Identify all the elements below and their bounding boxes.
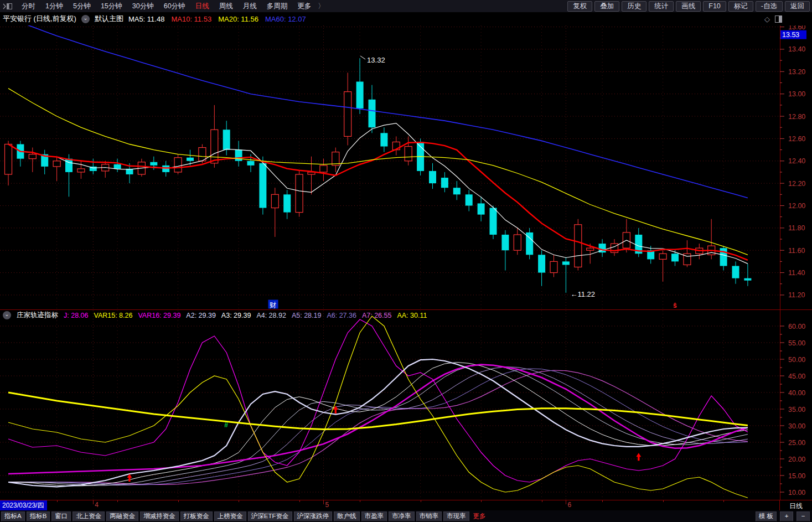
- footer-button-8[interactable]: 沪深ETF资金: [248, 511, 292, 521]
- week-tick: [117, 500, 118, 502]
- svg-text:55.00: 55.00: [788, 339, 805, 347]
- period-tab-3[interactable]: 15分钟: [96, 1, 127, 12]
- footer-button-13[interactable]: 市销率: [416, 511, 442, 521]
- period-tab-5[interactable]: 60分钟: [159, 1, 190, 12]
- period-tab-1[interactable]: 1分钟: [41, 1, 68, 12]
- candlestick-chart[interactable]: 13.6013.4013.2013.0012.8012.6012.4012.20…: [0, 25, 812, 309]
- month-label-5: 5: [325, 501, 329, 509]
- svg-text:ŝ: ŝ: [673, 302, 677, 309]
- footer-button-5[interactable]: 增减持资金: [140, 511, 179, 521]
- svg-text:11.40: 11.40: [788, 269, 805, 277]
- period-tab-2[interactable]: 5分钟: [69, 1, 95, 12]
- indicator-value-9: AA: 30.11: [397, 312, 427, 319]
- period-tab-7[interactable]: 周线: [215, 1, 237, 12]
- svg-text:13.40: 13.40: [788, 45, 805, 53]
- ma-value-MA5: MA5: 11.48: [128, 15, 165, 23]
- footer-button-11[interactable]: 市盈率: [361, 511, 387, 521]
- footer-button-1[interactable]: 指标B: [27, 511, 50, 521]
- footer-button-3[interactable]: 北上资金: [73, 511, 105, 521]
- footer-button-9[interactable]: 沪深涨跌停: [294, 511, 333, 521]
- action-button-0[interactable]: 复权: [567, 1, 592, 12]
- action-button-1[interactable]: 叠加: [594, 1, 619, 12]
- action-button-5[interactable]: F10: [703, 1, 726, 12]
- period-tab-9[interactable]: 多周期: [262, 1, 292, 12]
- week-tick: [299, 500, 300, 502]
- indicator-value-5: A4: 28.92: [256, 312, 286, 319]
- stock-title: 平安银行 (日线,前复权): [3, 14, 76, 24]
- footer-button-14[interactable]: 市现率: [443, 511, 469, 521]
- period-tab-4[interactable]: 30分钟: [128, 1, 158, 12]
- indicator-header: ⌄ 庄家轨迹指标 J: 28.06VAR15: 8.26VAR16: 29.39…: [0, 311, 427, 320]
- template-button[interactable]: 模 板: [756, 511, 777, 521]
- svg-text:30.00: 30.00: [788, 422, 805, 430]
- stock-trading-app: 分时1分钟5分钟15分钟30分钟60分钟日线周线月线多周期更多〉 复权叠加历史统…: [0, 0, 812, 522]
- footer-button-6[interactable]: 打板资金: [180, 511, 213, 521]
- date-axis: 2023/03/23/四 456 日线: [0, 500, 812, 510]
- week-tick: [360, 500, 360, 502]
- period-tab-6[interactable]: 日线: [191, 1, 214, 12]
- svg-text:12.80: 12.80: [788, 113, 805, 121]
- period-tab-11[interactable]: 〉: [317, 1, 326, 12]
- footer-button-7[interactable]: 上榜资金: [214, 511, 246, 521]
- split-view-icon[interactable]: [775, 15, 782, 23]
- footer-button-4[interactable]: 两融资金: [106, 511, 138, 521]
- svg-text:15.00: 15.00: [788, 472, 805, 480]
- indicator-name[interactable]: 庄家轨迹指标: [17, 311, 58, 320]
- footer-button-10[interactable]: 散户线: [334, 511, 360, 521]
- indicator-value-3: A2: 29.39: [186, 312, 216, 319]
- footer-right: 模 板 + −: [756, 511, 810, 521]
- chart-header: 平安银行 (日线,前复权) ⌄ 默认主图 MA5: 11.48MA10: 11.…: [0, 12, 812, 25]
- week-tick: [602, 500, 603, 502]
- svg-text:13.60: 13.60: [788, 25, 805, 31]
- footer-button-12[interactable]: 市净率: [389, 511, 415, 521]
- svg-text:13.00: 13.00: [788, 90, 805, 98]
- svg-text:13.53: 13.53: [782, 31, 799, 39]
- svg-text:12.00: 12.00: [788, 202, 805, 210]
- week-tick: [178, 500, 179, 502]
- svg-text:11.20: 11.20: [788, 291, 805, 299]
- period-tab-10[interactable]: 更多: [293, 1, 316, 12]
- chevron-down-icon[interactable]: ⌄: [81, 15, 90, 23]
- indicator-value-8: A7: 26.55: [362, 312, 392, 319]
- svg-text:20.00: 20.00: [788, 456, 805, 463]
- action-button-8[interactable]: 返回: [785, 1, 810, 12]
- action-button-4[interactable]: 画线: [676, 1, 701, 12]
- svg-text:财: 财: [270, 301, 276, 309]
- ma-value-MA60: MA60: 12.07: [265, 15, 306, 23]
- more-button[interactable]: 更多: [471, 512, 488, 520]
- ma-values: MA5: 11.48MA10: 11.53MA20: 11.56MA60: 12…: [128, 15, 306, 23]
- panel-toggle-icon[interactable]: [2, 3, 13, 10]
- action-button-2[interactable]: 历史: [622, 1, 647, 12]
- month-label-6: 6: [567, 501, 571, 509]
- svg-text:40.00: 40.00: [788, 389, 805, 397]
- week-tick: [239, 500, 239, 502]
- week-tick: [542, 500, 542, 502]
- svg-text:12.60: 12.60: [788, 135, 805, 143]
- period-tab-0[interactable]: 分时: [17, 1, 40, 12]
- bottom-toolbar: 指标A指标B窗口北上资金两融资金增减持资金打板资金上榜资金沪深ETF资金沪深涨跌…: [0, 510, 812, 522]
- week-tick: [57, 500, 58, 502]
- indicator-value-2: VAR16: 29.39: [138, 312, 180, 319]
- week-tick: [663, 500, 664, 502]
- week-tick: [723, 500, 724, 502]
- footer-button-2[interactable]: 窗口: [51, 511, 71, 521]
- indicator-value-1: VAR15: 8.26: [94, 312, 132, 319]
- indicator-chart[interactable]: 60.0055.0050.0045.0040.0035.0030.0025.00…: [0, 309, 812, 500]
- main-chart-style-label[interactable]: 默认主图: [95, 14, 123, 24]
- footer-button-0[interactable]: 指标A: [1, 511, 25, 521]
- zoom-out-button[interactable]: −: [797, 511, 810, 521]
- selected-date: 2023/03/23/四: [0, 500, 47, 511]
- action-button-7[interactable]: -自选: [756, 1, 783, 12]
- svg-text:25.00: 25.00: [788, 439, 805, 447]
- action-button-3[interactable]: 统计: [649, 1, 674, 12]
- diamond-icon[interactable]: ◇: [764, 15, 770, 23]
- svg-text:#: #: [224, 421, 228, 429]
- month-tick: [93, 500, 94, 504]
- svg-text:11.60: 11.60: [788, 247, 805, 255]
- svg-text:12.40: 12.40: [788, 157, 805, 165]
- period-tab-8[interactable]: 月线: [239, 1, 261, 12]
- action-button-6[interactable]: 标记: [728, 1, 753, 12]
- svg-text:13.20: 13.20: [788, 68, 805, 76]
- zoom-in-button[interactable]: +: [780, 511, 793, 521]
- chevron-down-icon[interactable]: ⌄: [3, 311, 11, 319]
